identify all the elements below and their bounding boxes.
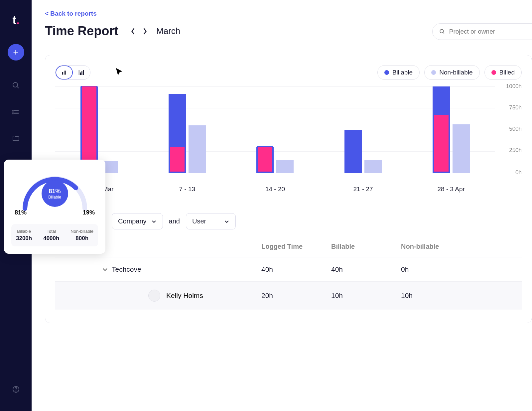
legend-billed[interactable]: Billed (484, 65, 522, 80)
search-input[interactable] (449, 28, 525, 35)
logo-dot-icon: . (16, 13, 19, 27)
list-icon[interactable] (12, 108, 20, 116)
svg-line-1 (17, 86, 19, 88)
expand-row-button[interactable] (98, 266, 112, 273)
svg-point-16 (440, 29, 443, 33)
period-label: March (156, 26, 180, 36)
dot-icon (431, 70, 436, 75)
chart-area: 1000h 750h 500h 250h 0h 28 - 6 Mar7 - 13… (55, 86, 522, 193)
cell-billable: 40h (331, 265, 401, 273)
bar-billable[interactable] (433, 86, 450, 173)
and-text: and (169, 217, 180, 225)
stat-billable: Billable 3200h (16, 229, 32, 242)
y-tick: 500h (509, 126, 522, 132)
table-row[interactable]: Techcove 40h 40h 0h (55, 257, 522, 281)
prev-period-button[interactable] (128, 27, 138, 36)
bar-billed[interactable] (169, 146, 185, 172)
legend-label: Billed (499, 69, 515, 76)
group-controls: Company and User (112, 213, 522, 229)
legend-billable[interactable]: Billable (377, 65, 420, 80)
bar-nonbillable[interactable] (189, 125, 206, 173)
svg-point-7 (13, 113, 13, 114)
divider (55, 203, 522, 203)
cell-billable: 10h (331, 292, 401, 300)
bar-billable[interactable] (256, 147, 274, 173)
avatar (148, 290, 160, 302)
cell-nonbillable: 10h (401, 292, 471, 300)
table-row[interactable]: Kelly Holms 20h 10h 10h (55, 281, 522, 310)
x-label: 7 - 13 (167, 186, 207, 193)
cell-nonbillable: 0h (401, 265, 471, 273)
x-label: 14 - 20 (255, 186, 295, 193)
col-header-nonbillable: Non-billable (401, 243, 471, 250)
row-name: Techcove (112, 265, 141, 273)
gauge-chart: 81% Billable 81% 19% (11, 167, 98, 220)
chart-card: Billable Non-billable Billed 1 (45, 55, 532, 323)
bar-billable[interactable] (169, 94, 186, 173)
data-table: Logged Time Billable Non-billable Techco… (112, 239, 522, 310)
svg-line-17 (443, 32, 444, 34)
col-header-billable: Billable (331, 243, 401, 250)
col-header-logged: Logged Time (261, 243, 331, 250)
svg-point-15 (16, 391, 16, 391)
chevron-down-icon (102, 266, 108, 273)
legend-nonbillable[interactable]: Non-billable (424, 65, 479, 80)
chevron-down-icon (224, 219, 229, 224)
gauge-right-pct: 19% (83, 209, 95, 216)
line-chart-toggle[interactable] (73, 66, 90, 79)
bar-nonbillable[interactable] (364, 160, 382, 173)
row-name: Kelly Holms (166, 292, 203, 300)
next-period-button[interactable] (140, 27, 150, 36)
gauge-center-label: Billable (48, 195, 61, 200)
bar-group (344, 130, 382, 173)
group-by-second-dropdown[interactable]: User (186, 213, 236, 229)
y-tick: 750h (509, 104, 522, 111)
table-header: Logged Time Billable Non-billable (112, 239, 522, 257)
bar-nonbillable[interactable] (453, 124, 470, 173)
svg-rect-18 (62, 72, 64, 74)
back-link[interactable]: < Back to reports (45, 10, 532, 17)
logo-text: t (12, 13, 16, 27)
bar-chart-toggle[interactable] (56, 66, 73, 79)
bar-group (169, 94, 206, 173)
help-icon[interactable] (12, 385, 20, 394)
line-chart-icon (78, 69, 85, 76)
svg-point-6 (13, 112, 13, 112)
bar-chart-icon (61, 69, 68, 76)
logo: t. (12, 13, 19, 27)
gauge-popup: 81% Billable 81% 19% Billable 3200h Tota… (4, 160, 105, 254)
bar-nonbillable[interactable] (276, 160, 294, 173)
search-box[interactable] (432, 23, 532, 40)
dot-icon (491, 70, 496, 75)
bar-billed[interactable] (81, 86, 97, 172)
add-button[interactable]: + (8, 44, 24, 61)
svg-rect-22 (81, 71, 82, 75)
legend: Billable Non-billable Billed (377, 65, 522, 80)
plus-icon: + (13, 47, 18, 58)
stat-label: Billable (16, 229, 32, 234)
cursor-icon (115, 67, 125, 78)
legend-label: Billable (392, 69, 413, 76)
bar-billed[interactable] (433, 114, 449, 172)
legend-label: Non-billable (439, 69, 472, 76)
stat-value: 800h (70, 235, 93, 242)
bar-group (433, 86, 470, 173)
folder-icon[interactable] (12, 134, 20, 143)
bar-billed[interactable] (257, 146, 273, 172)
stat-nonbillable: Non-billable 800h (70, 229, 93, 242)
chart-view-toggle (55, 65, 90, 80)
x-label: 21 - 27 (343, 186, 383, 193)
group-by-first-dropdown[interactable]: Company (112, 213, 163, 229)
gauge-stats: Billable 3200h Total 4000h Non-billable … (11, 224, 98, 246)
cell-logged: 40h (261, 265, 331, 273)
svg-point-0 (13, 82, 18, 87)
bar-billable[interactable] (344, 130, 362, 173)
dropdown-label: Company (118, 217, 147, 225)
stat-total: Total 4000h (43, 229, 59, 242)
stat-value: 3200h (16, 235, 32, 242)
gauge-center-pct: 81% (49, 188, 61, 195)
search-nav-icon[interactable] (12, 81, 20, 90)
gauge-left-pct: 81% (15, 209, 27, 216)
gauge-center: 81% Billable (42, 180, 68, 207)
cell-logged: 20h (261, 292, 331, 300)
